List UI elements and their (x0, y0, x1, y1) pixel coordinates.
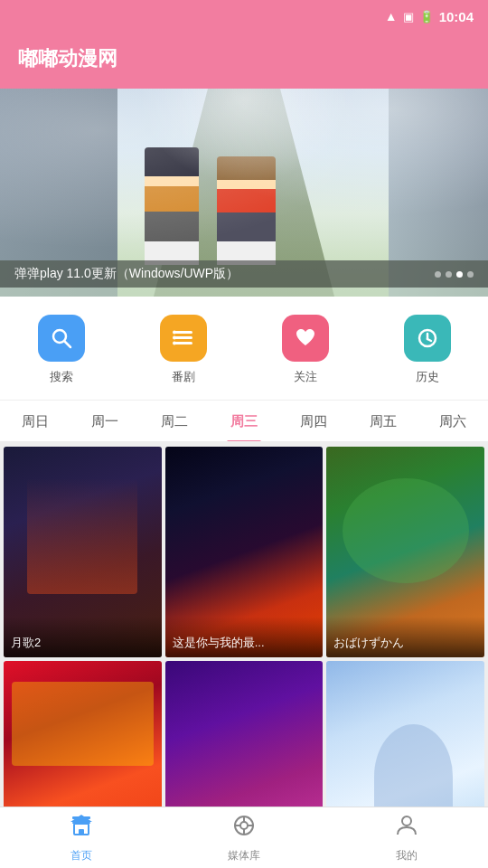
svg-point-6 (173, 336, 176, 340)
search-action-icon (38, 315, 85, 362)
app-title: 嘟嘟动漫网 (18, 45, 470, 72)
dot-3 (456, 271, 463, 278)
search-label: 搜索 (50, 369, 73, 385)
day-tabs: 周日 周一 周二 周三 周四 周五 周六 (0, 401, 488, 443)
anime-grid: 月歌2 这是你与我的最... おばけずかん At (0, 443, 488, 868)
media-icon (231, 813, 257, 844)
tab-wednesday[interactable]: 周三 (209, 401, 278, 441)
home-label: 首页 (70, 848, 92, 863)
battery-icon: 🔋 (419, 10, 434, 24)
series-label: 番剧 (172, 369, 195, 385)
banner[interactable]: 弹弹play 11.0更新（Windows/UWP版） (0, 89, 488, 297)
signal-icon: ▣ (403, 10, 414, 24)
svg-point-7 (173, 342, 176, 345)
wifi-icon: ▲ (385, 9, 398, 24)
media-svg-icon (231, 813, 257, 838)
nav-mine[interactable]: 我的 (325, 807, 488, 868)
svg-point-22 (402, 816, 411, 826)
svg-point-5 (173, 331, 176, 335)
tab-friday[interactable]: 周五 (349, 401, 418, 441)
tab-thursday[interactable]: 周四 (279, 401, 349, 441)
series-action-icon (160, 315, 207, 362)
banner-caption-text: 弹弹play 11.0更新（Windows/UWP版） (14, 266, 239, 282)
mine-label: 我的 (396, 848, 418, 863)
tab-tuesday[interactable]: 周二 (139, 401, 209, 441)
anime-card-2[interactable]: おばけずかん (326, 447, 484, 657)
quick-actions: 搜索 番剧 关注 (0, 297, 488, 401)
status-time: 10:04 (439, 9, 474, 24)
anime-title-1: 这是你与我的最... (165, 617, 324, 657)
series-svg-icon (171, 326, 196, 351)
mine-icon (394, 813, 419, 844)
media-label: 媒体库 (228, 848, 260, 863)
mine-svg-icon (394, 813, 419, 838)
history-svg-icon (415, 326, 440, 351)
anime-title-2: おばけずかん (326, 617, 484, 657)
svg-rect-2 (174, 331, 192, 334)
follow-label: 关注 (294, 369, 317, 385)
svg-point-17 (240, 822, 248, 829)
action-history[interactable]: 历史 (366, 315, 488, 385)
home-icon (69, 813, 94, 844)
nav-home[interactable]: 首页 (0, 807, 163, 868)
banner-caption: 弹弹play 11.0更新（Windows/UWP版） (0, 260, 488, 288)
action-search[interactable]: 搜索 (0, 315, 122, 385)
history-label: 历史 (416, 369, 439, 385)
history-action-icon (404, 315, 451, 362)
tab-sunday[interactable]: 周日 (0, 401, 70, 441)
bottom-nav: 首页 媒体库 我的 (0, 807, 488, 868)
home-svg-icon (69, 813, 94, 838)
status-icons: ▲ ▣ 🔋 10:04 (385, 9, 474, 24)
anime-card-0[interactable]: 月歌2 (4, 447, 162, 657)
status-bar: ▲ ▣ 🔋 10:04 (0, 0, 488, 33)
search-svg-icon (49, 326, 74, 351)
svg-rect-14 (79, 829, 84, 835)
dot-4 (467, 271, 474, 278)
banner-dots (435, 271, 474, 278)
anime-card-1[interactable]: 这是你与我的最... (165, 447, 324, 657)
tab-saturday[interactable]: 周六 (418, 401, 488, 441)
follow-action-icon (282, 315, 329, 362)
dot-2 (446, 271, 452, 278)
svg-line-10 (427, 339, 431, 341)
action-follow[interactable]: 关注 (244, 315, 366, 385)
anime-title-0: 月歌2 (4, 617, 162, 657)
follow-svg-icon (293, 326, 318, 351)
nav-media[interactable]: 媒体库 (163, 807, 325, 868)
svg-rect-3 (174, 336, 192, 339)
action-series[interactable]: 番剧 (122, 315, 244, 385)
svg-line-1 (64, 342, 70, 348)
header: 嘟嘟动漫网 (0, 33, 488, 89)
tab-monday[interactable]: 周一 (70, 401, 139, 441)
svg-rect-4 (174, 342, 192, 344)
dot-1 (435, 271, 441, 278)
